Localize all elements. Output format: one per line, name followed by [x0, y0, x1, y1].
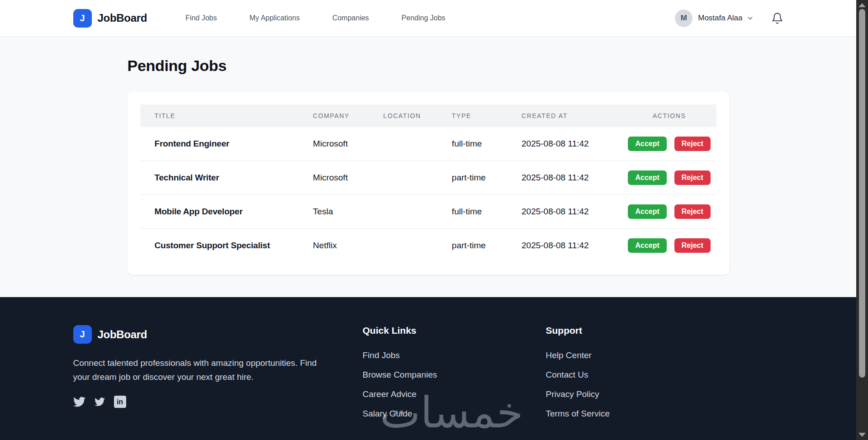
table-row: Customer Support Specialist Netflix part…	[140, 229, 716, 263]
location-cell	[369, 195, 437, 229]
twitter-icon[interactable]	[73, 396, 85, 408]
pending-jobs-page: J JobBoard Find Jobs My Applications Com…	[0, 0, 856, 440]
footer-brand-column: J JobBoard Connect talented professional…	[73, 325, 363, 428]
pending-jobs-table: Title Company Location Type Created At A…	[140, 104, 716, 262]
footer-link-salary-guide[interactable]: Salary Guide	[363, 409, 413, 418]
chevron-down-icon	[746, 14, 754, 22]
type-cell: part-time	[437, 229, 507, 263]
location-cell	[369, 161, 437, 195]
location-cell	[369, 229, 437, 263]
accept-button[interactable]: Accept	[628, 170, 666, 185]
footer-link-help-center[interactable]: Help Center	[546, 350, 592, 360]
type-cell: full-time	[437, 195, 507, 229]
created-at-cell: 2025-08-08 11:42	[507, 229, 622, 263]
nav-link-my-applications[interactable]: My Applications	[249, 14, 299, 22]
job-title-cell: Technical Writer	[140, 161, 299, 195]
nav-link-pending-jobs[interactable]: Pending Jobs	[402, 14, 446, 22]
brand-name[interactable]: JobBoard	[98, 12, 147, 24]
location-cell	[369, 127, 437, 161]
site-footer: خمسات J JobBoard Connect talented profes…	[0, 297, 856, 440]
footer-quick-links-column: Quick Links Find Jobs Browse Companies C…	[363, 325, 546, 428]
actions-cell: Accept Reject	[622, 195, 716, 229]
column-header-actions: Actions	[622, 104, 716, 127]
pending-jobs-card: Title Company Location Type Created At A…	[128, 92, 729, 275]
column-header-type: Type	[437, 104, 507, 127]
company-cell: Microsoft	[299, 161, 369, 195]
support-heading: Support	[546, 325, 783, 336]
job-title-cell: Mobile App Developer	[140, 195, 299, 229]
column-header-company: Company	[299, 104, 369, 127]
footer-link-privacy-policy[interactable]: Privacy Policy	[546, 389, 599, 399]
footer-description: Connect talented professionals with amaz…	[73, 356, 329, 384]
footer-link-find-jobs[interactable]: Find Jobs	[363, 350, 400, 360]
accept-button[interactable]: Accept	[628, 137, 666, 151]
actions-cell: Accept Reject	[622, 161, 716, 195]
table-row: Mobile App Developer Tesla full-time 202…	[140, 195, 716, 229]
scrollbar-up-arrow-icon[interactable]	[859, 3, 866, 7]
company-cell: Netflix	[299, 229, 369, 263]
avatar: M	[675, 9, 693, 27]
footer-brand-logo-icon: J	[73, 325, 92, 344]
top-navbar: J JobBoard Find Jobs My Applications Com…	[0, 0, 856, 37]
reject-button[interactable]: Reject	[674, 238, 711, 253]
actions-cell: Accept Reject	[622, 127, 716, 161]
job-title-cell: Customer Support Specialist	[140, 229, 299, 263]
reject-button[interactable]: Reject	[674, 204, 711, 219]
table-header-row: Title Company Location Type Created At A…	[140, 104, 716, 127]
page-title: Pending Jobs	[128, 57, 729, 75]
user-menu[interactable]: M Mostafa Alaa	[675, 9, 754, 27]
table-row: Technical Writer Microsoft part-time 202…	[140, 161, 716, 195]
scrollbar-thumb[interactable]	[859, 9, 865, 378]
job-title-cell: Frontend Engineer	[140, 127, 299, 161]
main-navigation: Find Jobs My Applications Companies Pend…	[185, 14, 445, 22]
column-header-title: Title	[140, 104, 299, 127]
company-cell: Tesla	[299, 195, 369, 229]
notifications-bell-icon[interactable]	[771, 12, 783, 24]
created-at-cell: 2025-08-08 11:42	[507, 161, 622, 195]
linkedin-icon[interactable]: in	[114, 396, 126, 408]
type-cell: part-time	[437, 161, 507, 195]
table-row: Frontend Engineer Microsoft full-time 20…	[140, 127, 716, 161]
twitter-icon[interactable]	[95, 397, 105, 407]
user-name: Mostafa Alaa	[698, 14, 742, 23]
footer-link-terms-of-service[interactable]: Terms of Service	[546, 409, 610, 418]
created-at-cell: 2025-08-08 11:42	[507, 127, 622, 161]
reject-button[interactable]: Reject	[674, 170, 711, 185]
vertical-scrollbar[interactable]	[856, 0, 868, 440]
footer-link-career-advice[interactable]: Career Advice	[363, 389, 417, 399]
company-cell: Microsoft	[299, 127, 369, 161]
created-at-cell: 2025-08-08 11:42	[507, 195, 622, 229]
scrollbar-down-arrow-icon[interactable]	[859, 433, 866, 437]
column-header-created-at: Created At	[507, 104, 622, 127]
quick-links-heading: Quick Links	[363, 325, 546, 336]
accept-button[interactable]: Accept	[628, 238, 666, 253]
actions-cell: Accept Reject	[622, 229, 716, 263]
column-header-location: Location	[369, 104, 437, 127]
type-cell: full-time	[437, 127, 507, 161]
nav-link-companies[interactable]: Companies	[332, 14, 369, 22]
nav-link-find-jobs[interactable]: Find Jobs	[185, 14, 217, 22]
footer-link-contact-us[interactable]: Contact Us	[546, 370, 588, 379]
footer-support-column: Support Help Center Contact Us Privacy P…	[546, 325, 783, 428]
footer-link-browse-companies[interactable]: Browse Companies	[363, 370, 437, 379]
footer-brand-name: JobBoard	[98, 328, 147, 341]
brand-logo-icon[interactable]: J	[73, 9, 92, 28]
social-links: in	[73, 396, 363, 408]
accept-button[interactable]: Accept	[628, 204, 666, 219]
reject-button[interactable]: Reject	[674, 137, 711, 151]
main-content: Pending Jobs Title Company Location Type…	[0, 37, 856, 297]
